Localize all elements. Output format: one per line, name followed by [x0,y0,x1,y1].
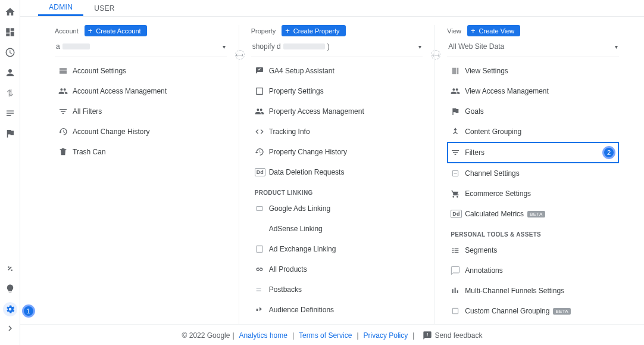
account-label: Account [55,27,79,35]
svg-rect-2 [256,246,262,253]
trash-can[interactable]: Trash Can [55,142,227,162]
view-settings[interactable]: View Settings [447,61,619,81]
annotation-badge-1: 1 [22,304,35,318]
settings-panel-icon [58,65,73,77]
annotation-icon [451,265,465,276]
trash-icon [58,146,73,158]
grouping-icon [451,126,465,138]
beta-badge: BETA [553,308,571,315]
property-settings[interactable]: Property Settings [251,81,423,101]
account-change-history[interactable]: Account Change History [55,122,227,142]
panel-icon [255,85,269,97]
collapse-chevron-icon[interactable] [3,321,17,335]
property-selector[interactable]: shopify d) ▾ [251,40,423,57]
section-personal-tools: PERSONAL TOOLS & ASSETS [447,224,619,240]
dashboards-icon[interactable] [3,25,17,39]
ecommerce-settings[interactable]: Ecommerce Settings [447,184,619,204]
acquisition-icon[interactable] [3,106,17,120]
people-icon [58,85,73,97]
account-settings[interactable]: Account Settings [55,61,227,81]
footer-link-privacy[interactable]: Privacy Policy [364,331,408,340]
send-feedback-button[interactable]: Send feedback [423,331,482,340]
svg-rect-4 [453,308,458,313]
svg-rect-0 [256,88,262,95]
clock-icon[interactable] [3,45,17,60]
postbacks[interactable]: Postbacks [251,279,423,300]
people-icon [255,105,269,117]
channel-settings[interactable]: Channel Settings [447,163,619,184]
all-products[interactable]: All Products [251,259,423,279]
panel-icon [451,65,465,77]
tab-admin[interactable]: ADMIN [38,0,83,16]
filter-icon [58,105,73,117]
multi-channel-funnels-settings[interactable]: Multi-Channel Funnels Settings [447,281,619,301]
content-grouping[interactable]: Content Grouping [447,122,619,142]
view-selector[interactable]: All Web Site Data ▾ [447,40,619,57]
create-property-button[interactable]: + Create Property [282,25,345,36]
property-change-history[interactable]: Property Change History [251,142,423,162]
audience-icon [255,304,269,316]
history-icon [58,126,73,138]
custom-alerts[interactable]: Custom Alerts [447,321,619,324]
plus-icon: + [471,27,476,35]
create-view-button[interactable]: + Create View [467,25,520,36]
link-icon [255,263,269,275]
calculated-metrics[interactable]: Dd Calculated Metrics BETA [447,204,619,224]
home-icon[interactable] [3,5,17,19]
footer-link-terms[interactable]: Terms of Service [299,331,352,340]
channel-icon [451,167,465,179]
tab-user[interactable]: USER [83,0,126,16]
data-deletion-requests[interactable]: Dd Data Deletion Requests [251,162,423,182]
people-icon [451,85,465,97]
admin-content: ADMIN USER Account + Create Account a ▾ … [20,0,644,345]
conversion-icon[interactable] [3,86,17,100]
chevron-down-icon: ▾ [418,43,421,50]
plus-icon: + [285,27,290,35]
chevron-down-icon: ▾ [615,43,618,50]
plus-icon: + [88,27,93,35]
segments-icon [451,244,465,256]
ads-icon [255,203,269,215]
exchange-icon [255,243,269,255]
all-filters[interactable]: All Filters [55,101,227,122]
discover-icon[interactable] [3,282,17,296]
chevron-down-icon: ▾ [223,43,226,50]
footer-link-analytics-home[interactable]: Analytics home [239,331,287,340]
audience-definitions[interactable]: Audience Definitions [251,300,423,320]
flag-icon[interactable] [3,126,17,141]
annotations[interactable]: Annotations [447,260,619,281]
view-access-management[interactable]: View Access Management [447,81,619,101]
custom-channel-grouping[interactable]: Custom Channel Grouping BETA [447,301,619,321]
admin-gear-icon[interactable]: 1 [3,302,17,316]
attribution-icon[interactable] [3,262,17,276]
column-account: Account + Create Account a ▾ ⟷ Account S… [55,25,239,324]
dd-icon: Dd [451,208,465,220]
segments[interactable]: Segments [447,240,619,260]
left-nav-rail: 1 [0,0,20,345]
ad-exchange-linking[interactable]: Ad Exchange Linking [251,239,423,259]
cart-icon [451,188,465,200]
adsense-linking[interactable]: AdSense Linking [251,219,423,239]
create-account-button[interactable]: + Create Account [85,25,147,36]
property-access-management[interactable]: Property Access Management [251,101,423,122]
person-icon[interactable] [3,66,17,80]
account-selector[interactable]: a ▾ [55,40,227,57]
bars-icon [451,285,465,297]
tracking-info[interactable]: Tracking Info [251,122,423,142]
adsense-icon [255,223,269,235]
google-ads-linking[interactable]: Google Ads Linking [251,198,423,219]
custom-definitions[interactable]: Dd Custom Definitions [251,320,423,324]
account-access-management[interactable]: Account Access Management [55,81,227,101]
footer-copyright: © 2022 Google [182,331,230,340]
svg-rect-1 [256,207,262,211]
ga4-setup-assistant[interactable]: GA4 Setup Assistant [251,61,423,81]
beta-badge: BETA [527,211,545,217]
postbacks-icon [255,284,269,296]
property-label: Property [251,27,276,35]
view-label: View [447,27,461,35]
annotation-badge-2: 2 [602,146,615,159]
column-view: View + Create View All Web Site Data ▾ V… [434,25,631,324]
column-property: Property + Create Property shopify d) ▾ … [239,25,435,324]
filters[interactable]: Filters 2 [447,142,619,163]
goals[interactable]: Goals [447,101,619,122]
